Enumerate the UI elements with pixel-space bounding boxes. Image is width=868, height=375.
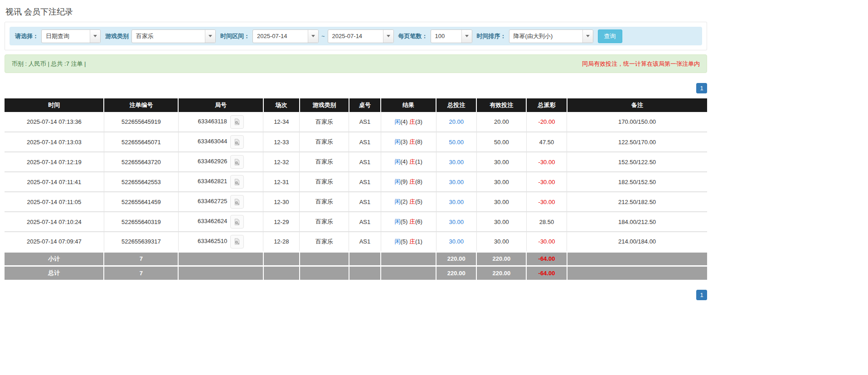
cell-bet-id: 522655645919 bbox=[104, 112, 178, 132]
cell-payout: -30.00 bbox=[526, 232, 567, 252]
date-from-value: 2025-07-14 bbox=[253, 30, 308, 43]
chevron-down-icon[interactable] bbox=[383, 30, 393, 43]
video-replay-button[interactable] bbox=[230, 215, 244, 229]
per-page-select[interactable]: 100 bbox=[431, 29, 472, 43]
chevron-down-icon[interactable] bbox=[582, 30, 593, 43]
currency-total-text: 币别 : 人民币 | 总共 :7 注单 | bbox=[12, 60, 86, 68]
column-header: 总派彩 bbox=[526, 98, 567, 112]
cell-session: 12-34 bbox=[263, 112, 300, 132]
subtotal-payout: -64.00 bbox=[526, 252, 567, 266]
chevron-down-icon[interactable] bbox=[308, 30, 318, 43]
table-row: 2025-07-14 07:13:03522655645071633463044… bbox=[5, 132, 707, 152]
cell-total-bet: 30.00 bbox=[436, 232, 476, 252]
subtotal-game bbox=[300, 252, 349, 266]
total-bet-link[interactable]: 30.00 bbox=[449, 238, 464, 245]
column-header: 结果 bbox=[381, 98, 436, 112]
bet-records-table: 时间注单编号局号场次游戏类别桌号结果总投注有效投注总派彩备注 2025-07-1… bbox=[5, 98, 707, 280]
total-bet-link[interactable]: 20.00 bbox=[449, 118, 464, 125]
total-bet-link[interactable]: 30.00 bbox=[449, 179, 464, 185]
cell-session: 12-32 bbox=[263, 152, 300, 172]
result-banker-label: 庄 bbox=[409, 178, 415, 185]
cell-payout: -20.00 bbox=[526, 112, 567, 132]
cell-table-no: AS1 bbox=[349, 172, 381, 192]
total-row: 总计7220.00220.00-64.00 bbox=[5, 266, 707, 280]
chevron-down-icon[interactable] bbox=[205, 30, 215, 43]
summary-alert-bar: 币别 : 人民币 | 总共 :7 注单 | 同局有效投注，统一计算在该局第一张注… bbox=[5, 54, 707, 73]
cell-table-no: AS1 bbox=[349, 112, 381, 132]
video-replay-button[interactable] bbox=[230, 135, 244, 149]
column-header: 有效投注 bbox=[476, 98, 526, 112]
result-player-label: 闲 bbox=[394, 138, 400, 145]
subtotal-label: 小计 bbox=[5, 252, 104, 266]
table-row: 2025-07-14 07:11:41522655642553633462821… bbox=[5, 172, 707, 192]
subtotal-count: 7 bbox=[104, 252, 178, 266]
total-bet-link[interactable]: 30.00 bbox=[449, 199, 464, 205]
result-banker-label: 庄 bbox=[409, 158, 415, 165]
result-player-label: 闲 bbox=[394, 118, 400, 125]
cell-time: 2025-07-14 07:13:03 bbox=[5, 132, 104, 152]
cell-session: 12-33 bbox=[263, 132, 300, 152]
total-game bbox=[300, 266, 349, 280]
column-header: 场次 bbox=[263, 98, 300, 112]
cell-round-id: 633462510 bbox=[178, 232, 263, 252]
pagination-bottom: 1 bbox=[5, 290, 707, 300]
chevron-down-icon[interactable] bbox=[90, 30, 100, 43]
date-from-select[interactable]: 2025-07-14 bbox=[252, 29, 319, 43]
pagination-top: 1 bbox=[5, 83, 707, 93]
payout-value: -20.00 bbox=[538, 118, 555, 125]
video-replay-button[interactable] bbox=[230, 235, 244, 248]
video-replay-button[interactable] bbox=[230, 175, 244, 189]
cell-game-type: 百家乐 bbox=[300, 192, 349, 212]
column-header: 桌号 bbox=[349, 98, 381, 112]
pagination-page-button[interactable]: 1 bbox=[696, 290, 707, 300]
cell-game-type: 百家乐 bbox=[300, 172, 349, 192]
subtotal-total-bet: 220.00 bbox=[436, 252, 476, 266]
round-id-text: 633462725 bbox=[198, 198, 227, 205]
cell-valid-bet: 30.00 bbox=[476, 212, 526, 232]
cell-remark: 122.50/170.00 bbox=[567, 132, 707, 152]
cell-session: 12-30 bbox=[263, 192, 300, 212]
total-bet-link[interactable]: 30.00 bbox=[449, 219, 464, 225]
total-payout: -64.00 bbox=[526, 266, 567, 280]
total-table-no bbox=[349, 266, 381, 280]
column-header: 注单编号 bbox=[104, 98, 178, 112]
result-player-label: 闲 bbox=[394, 158, 400, 165]
cell-table-no: AS1 bbox=[349, 212, 381, 232]
cell-payout: -30.00 bbox=[526, 172, 567, 192]
video-file-icon bbox=[233, 218, 241, 226]
table-row: 2025-07-14 07:09:47522655639317633462510… bbox=[5, 232, 707, 252]
total-bet-link[interactable]: 30.00 bbox=[449, 159, 464, 166]
payout-value: 47.50 bbox=[539, 139, 554, 146]
cell-round-id: 633462926 bbox=[178, 152, 263, 172]
date-to-value: 2025-07-14 bbox=[328, 30, 383, 43]
cell-total-bet: 30.00 bbox=[436, 192, 476, 212]
video-file-icon bbox=[233, 198, 241, 206]
cell-round-id: 633463118 bbox=[178, 112, 263, 132]
round-id-text: 633463044 bbox=[198, 138, 227, 145]
search-button[interactable]: 查询 bbox=[598, 29, 622, 43]
chevron-down-icon[interactable] bbox=[461, 30, 472, 43]
query-type-select[interactable]: 日期查询 bbox=[41, 29, 101, 43]
video-replay-button[interactable] bbox=[230, 155, 244, 169]
table-body: 2025-07-14 07:13:36522655645919633463118… bbox=[5, 112, 707, 280]
round-id-text: 633462510 bbox=[198, 238, 227, 244]
total-bet-link[interactable]: 50.00 bbox=[449, 139, 464, 146]
table-row: 2025-07-14 07:11:05522655641459633462725… bbox=[5, 192, 707, 212]
date-to-select[interactable]: 2025-07-14 bbox=[328, 29, 394, 43]
cell-bet-id: 522655640319 bbox=[104, 212, 178, 232]
cell-valid-bet: 30.00 bbox=[476, 152, 526, 172]
total-remark bbox=[567, 266, 707, 280]
cell-valid-bet: 30.00 bbox=[476, 172, 526, 192]
pagination-page-button[interactable]: 1 bbox=[696, 83, 707, 93]
subtotal-session bbox=[263, 252, 300, 266]
video-file-icon bbox=[233, 138, 241, 146]
cell-remark: 184.00/212.50 bbox=[567, 212, 707, 232]
cell-result: 闲(9) 庄(8) bbox=[381, 172, 436, 192]
video-replay-button[interactable] bbox=[230, 115, 244, 129]
video-replay-button[interactable] bbox=[230, 195, 244, 209]
table-header-row: 时间注单编号局号场次游戏类别桌号结果总投注有效投注总派彩备注 bbox=[5, 98, 707, 112]
page-container: 视讯 会员下注纪录 请选择： 日期查询 游戏类别 百家乐 时间区间： 2025-… bbox=[5, 6, 707, 300]
game-type-select[interactable]: 百家乐 bbox=[131, 29, 216, 43]
time-sort-select[interactable]: 降幂(由大到小) bbox=[509, 29, 593, 43]
result-player-label: 闲 bbox=[394, 198, 400, 205]
